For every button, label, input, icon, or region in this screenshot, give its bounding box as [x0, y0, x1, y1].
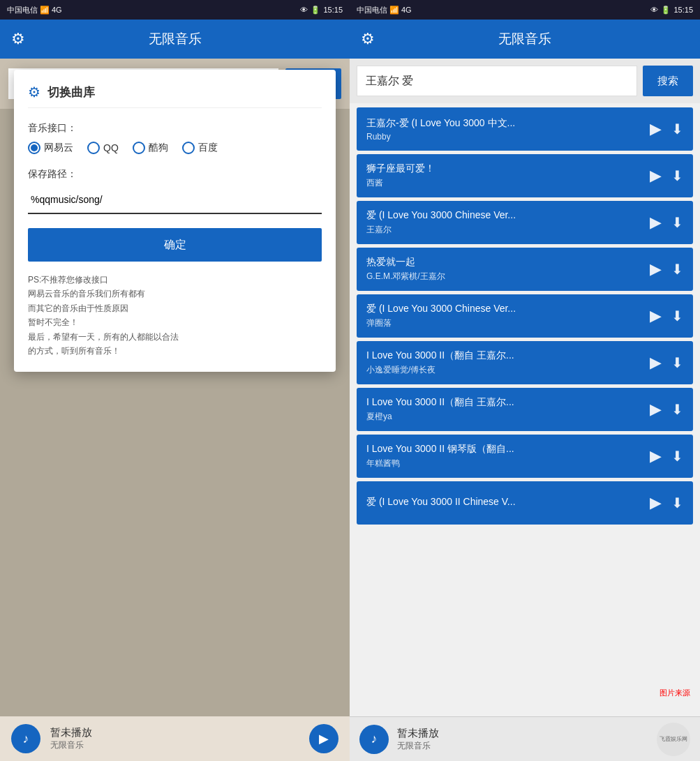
download-song-button-3[interactable]: ⬇ [671, 261, 683, 278]
song-title-7: I Love You 3000 II 钢琴版（翻自... [366, 443, 650, 455]
song-info-2: 爱 (I Love You 3000 Chinese Ver... 王嘉尔 [366, 209, 650, 236]
download-song-button-7[interactable]: ⬇ [671, 448, 683, 465]
song-artist-7: 年糕酱鸭 [366, 458, 650, 469]
song-item: 热爱就一起 G.E.M.邓紫棋/王嘉尔 ▶ ⬇ [357, 248, 693, 291]
play-song-button-3[interactable]: ▶ [650, 260, 662, 278]
download-song-button-5[interactable]: ⬇ [671, 354, 683, 371]
play-song-button-6[interactable]: ▶ [650, 400, 662, 419]
right-search-bar: 搜索 [350, 59, 700, 103]
right-battery-icon: 🔋 [661, 6, 671, 15]
left-time: 15:15 [323, 6, 343, 14]
radio-baidu[interactable]: 百度 [182, 142, 218, 154]
left-player-title: 暂未播放 [50, 726, 299, 739]
song-artist-6: 夏橙ya [366, 411, 650, 423]
radio-kugou-label: 酷狗 [149, 142, 168, 154]
download-song-button-6[interactable]: ⬇ [671, 401, 683, 418]
download-song-button-4[interactable]: ⬇ [671, 308, 683, 324]
song-artist-3: G.E.M.邓紫棋/王嘉尔 [366, 271, 650, 282]
play-song-button-8[interactable]: ▶ [650, 494, 662, 512]
download-song-button-2[interactable]: ⬇ [671, 214, 683, 231]
song-info-6: I Love You 3000 II（翻自 王嘉尔... 夏橙ya [366, 396, 650, 423]
download-song-button-0[interactable]: ⬇ [671, 121, 683, 137]
left-signal-icon: 📶 [40, 6, 50, 15]
play-song-button-7[interactable]: ▶ [650, 447, 662, 465]
radio-baidu-circle[interactable] [182, 142, 195, 154]
song-info-8: 爱 (I Love You 3000 II Chinese V... [366, 496, 650, 511]
play-song-button-4[interactable]: ▶ [650, 307, 662, 325]
radio-qq[interactable]: QQ [87, 142, 119, 154]
watermark-text: 图片来源 [660, 688, 690, 698]
dialog-title: 切换曲库 [47, 84, 95, 100]
left-app-title: 无限音乐 [149, 30, 202, 48]
right-search-button[interactable]: 搜索 [643, 66, 693, 96]
radio-kugou[interactable]: 酷狗 [133, 142, 168, 154]
confirm-button[interactable]: 确定 [28, 228, 322, 262]
song-item: 爱 (I Love You 3000 II Chinese V... ▶ ⬇ [357, 481, 693, 525]
right-app-title: 无限音乐 [498, 30, 551, 48]
dialog-gear-icon: ⚙ [28, 84, 40, 100]
song-list: 王嘉尔-爱 (I Love You 3000 中文... Rubby ▶ ⬇ 狮… [350, 103, 700, 716]
radio-qq-circle[interactable] [87, 142, 100, 154]
left-bottom-player: ♪ 暂未播放 无限音乐 ▶ [0, 716, 350, 761]
left-player-info: 暂未播放 无限音乐 [50, 726, 299, 751]
song-info-5: I Love You 3000 II（翻自 王嘉尔... 小逸爱睡觉/傅长夜 [366, 349, 650, 376]
download-song-button-8[interactable]: ⬇ [671, 495, 683, 511]
song-actions-2: ▶ ⬇ [650, 213, 683, 232]
left-eye-icon: 👁 [300, 6, 308, 14]
song-title-6: I Love You 3000 II（翻自 王嘉尔... [366, 396, 650, 409]
play-song-button-0[interactable]: ▶ [650, 120, 662, 138]
radio-netease[interactable]: 网易云 [28, 142, 73, 154]
song-item: I Love You 3000 II 钢琴版（翻自... 年糕酱鸭 ▶ ⬇ [357, 435, 693, 478]
right-4g-icon: 4G [401, 6, 412, 14]
song-item: 王嘉尔-爱 (I Love You 3000 中文... Rubby ▶ ⬇ [357, 107, 693, 151]
song-item: 狮子座最可爱！ 西酱 ▶ ⬇ [357, 154, 693, 197]
radio-kugou-circle[interactable] [133, 142, 145, 154]
right-signal-icon: 📶 [389, 6, 399, 15]
left-carrier-info: 中国电信 📶 4G [7, 5, 62, 15]
left-settings-icon[interactable]: ⚙ [11, 30, 25, 48]
song-actions-1: ▶ ⬇ [650, 167, 683, 185]
music-api-label: 音乐接口： [28, 122, 322, 135]
left-time-area: 👁 🔋 15:15 [300, 6, 343, 15]
radio-netease-circle[interactable] [28, 142, 40, 154]
song-info-0: 王嘉尔-爱 (I Love You 3000 中文... Rubby [366, 117, 650, 142]
song-title-1: 狮子座最可爱！ [366, 163, 650, 175]
song-artist-0: Rubby [366, 132, 650, 142]
song-actions-5: ▶ ⬇ [650, 354, 683, 372]
play-song-button-1[interactable]: ▶ [650, 167, 662, 185]
left-play-button[interactable]: ▶ [309, 724, 338, 753]
song-actions-3: ▶ ⬇ [650, 260, 683, 278]
dialog-header: ⚙ 切换曲库 [28, 84, 322, 108]
left-panel: 中国电信 📶 4G 👁 🔋 15:15 ⚙ 无限音乐 搜索 ⚙ 切换曲库 音乐接… [0, 0, 350, 761]
right-search-input[interactable] [357, 66, 637, 96]
song-actions-0: ▶ ⬇ [650, 120, 683, 138]
dialog-note: PS:不推荐您修改接口 网易云音乐的音乐我们所有都有 而其它的音乐由于性质原因 … [28, 273, 322, 358]
song-title-4: 爱 (I Love You 3000 Chinese Ver... [366, 303, 650, 315]
song-actions-4: ▶ ⬇ [650, 307, 683, 325]
settings-dialog: ⚙ 切换曲库 音乐接口： 网易云 QQ 酷狗 百度 保存路径： 确定 [14, 70, 336, 372]
song-item: 爱 (I Love You 3000 Chinese Ver... 弹圈落 ▶ … [357, 294, 693, 338]
song-info-1: 狮子座最可爱！ 西酱 [366, 163, 650, 189]
song-title-3: 热爱就一起 [366, 256, 650, 269]
song-info-3: 热爱就一起 G.E.M.邓紫棋/王嘉尔 [366, 256, 650, 282]
song-title-8: 爱 (I Love You 3000 II Chinese V... [366, 496, 650, 508]
song-item: I Love You 3000 II（翻自 王嘉尔... 夏橙ya ▶ ⬇ [357, 388, 693, 431]
right-settings-icon[interactable]: ⚙ [361, 30, 375, 48]
download-song-button-1[interactable]: ⬇ [671, 167, 683, 184]
right-eye-icon: 👁 [650, 6, 658, 14]
song-artist-2: 王嘉尔 [366, 224, 650, 236]
right-player-subtitle: 无限音乐 [397, 740, 648, 752]
play-song-button-2[interactable]: ▶ [650, 213, 662, 232]
right-carrier-info: 中国电信 📶 4G [357, 5, 412, 15]
play-song-button-5[interactable]: ▶ [650, 354, 662, 372]
song-artist-1: 西酱 [366, 177, 650, 189]
save-path-label: 保存路径： [28, 168, 322, 181]
save-path-input[interactable] [28, 186, 322, 214]
right-player-music-icon: ♪ [359, 725, 389, 754]
right-status-bar: 中国电信 📶 4G 👁 🔋 15:15 [350, 0, 700, 20]
song-actions-7: ▶ ⬇ [650, 447, 683, 465]
song-actions-6: ▶ ⬇ [650, 400, 683, 419]
left-4g-icon: 4G [52, 6, 62, 14]
song-info-4: 爱 (I Love You 3000 Chinese Ver... 弹圈落 [366, 303, 650, 329]
left-player-music-icon: ♪ [11, 724, 40, 753]
